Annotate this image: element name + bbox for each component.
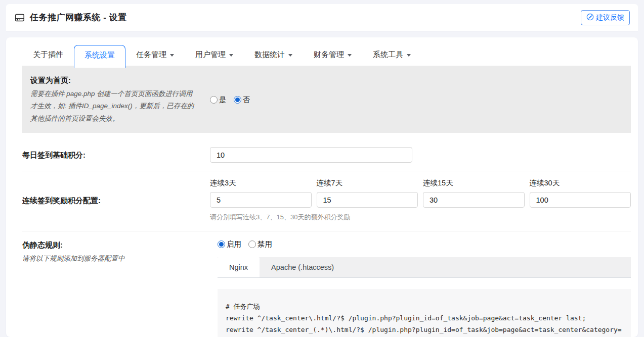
radio-label: 是 (219, 95, 227, 105)
streak-label: 连续签到奖励积分配置: (22, 194, 210, 207)
daily-points-control (210, 147, 631, 163)
tab-bar: 关于插件 系统设置 任务管理 用户管理 数据统计 财务管理 系统工具 (22, 45, 631, 66)
daily-points-input[interactable] (210, 147, 412, 163)
rewrite-radio-group: 启用 禁用 (218, 239, 631, 249)
chevron-down-icon (407, 54, 411, 57)
radio-label: 禁用 (257, 239, 272, 249)
settings-card: 关于插件 系统设置 任务管理 用户管理 数据统计 财务管理 系统工具 设置为首页… (6, 37, 638, 337)
rewrite-control: 启用 禁用 Nginx Apache (.htaccess) # 任务广场 re… (210, 238, 631, 337)
setting-row-streak: 连续签到奖励积分配置: 连续3天 连续7天 连续15天 连续30天 请分别填写连… (22, 171, 631, 231)
rewrite-code-block: # 任务广场 rewrite ^/task_center\.html/?$ /p… (218, 289, 631, 337)
chevron-down-icon (348, 54, 352, 57)
tab-label: 系统设置 (84, 51, 115, 60)
tab-data-statistics[interactable]: 数据统计 (244, 45, 303, 66)
setting-row-daily-points: 每日签到基础积分: (22, 133, 631, 171)
edit-circle-icon (586, 13, 594, 22)
homepage-label-col: 设置为首页: 需要在插件 page.php 创建一个首页页面函数进行调用才生效，… (30, 74, 210, 125)
feedback-button-label: 建议反馈 (596, 13, 624, 22)
setting-row-rewrite: 伪静态规则: 请将以下规则添加到服务器配置中 启用 禁用 Nginx Apach… (22, 231, 631, 337)
tab-label: 财务管理 (314, 50, 344, 60)
tab-label: 数据统计 (254, 50, 285, 60)
streak-col-label-7d: 连续7天 (317, 178, 418, 188)
tab-label: 关于插件 (33, 50, 63, 60)
rewrite-label: 伪静态规则: (22, 238, 210, 252)
rewrite-radio-disable[interactable]: 禁用 (248, 239, 272, 249)
streak-input-3d[interactable] (210, 192, 312, 208)
chevron-down-icon (229, 54, 233, 57)
radio-label: 否 (243, 95, 250, 105)
streak-col-label-30d: 连续30天 (530, 178, 631, 188)
chevron-down-icon (170, 54, 174, 57)
radio-label: 启用 (227, 239, 241, 249)
chevron-down-icon (288, 54, 292, 57)
tab-about-plugin[interactable]: 关于插件 (22, 45, 74, 66)
rewrite-radio-enable[interactable]: 启用 (218, 239, 241, 249)
rewrite-tab-strip: Nginx Apache (.htaccess) (218, 257, 631, 278)
streak-input-7d[interactable] (317, 192, 418, 208)
streak-input-15d[interactable] (423, 192, 525, 208)
homepage-radio-no[interactable]: 否 (234, 95, 250, 105)
streak-col-label-15d: 连续15天 (423, 178, 525, 188)
radio-checked-icon (218, 240, 225, 248)
setting-row-homepage: 设置为首页: 需要在插件 page.php 创建一个首页页面函数进行调用才生效，… (22, 66, 631, 133)
streak-help-text: 请分别填写连续3、7、15、30天的额外积分奖励 (210, 213, 631, 222)
title-wrap: 任务推广网赚系统 - 设置 (14, 12, 127, 23)
tab-label: 系统工具 (373, 50, 403, 60)
streak-grid: 连续3天 连续7天 连续15天 连续30天 请分别填写连续3、7、15、30天的… (210, 178, 631, 222)
rewrite-tab-apache[interactable]: Apache (.htaccess) (260, 257, 346, 277)
tab-finance-management[interactable]: 财务管理 (303, 45, 362, 66)
radio-unchecked-icon (210, 96, 218, 104)
streak-col-label-3d: 连续3天 (210, 178, 312, 188)
rewrite-label-col: 伪静态规则: 请将以下规则添加到服务器配置中 (22, 238, 210, 265)
homepage-radio-group: 是 否 (210, 95, 623, 105)
tab-system-tools[interactable]: 系统工具 (362, 45, 421, 66)
streak-input-30d[interactable] (530, 192, 631, 208)
tab-system-settings[interactable]: 系统设置 (74, 45, 125, 68)
tab-label: 任务管理 (136, 50, 166, 60)
radio-checked-icon (234, 96, 241, 104)
homepage-radio-yes[interactable]: 是 (210, 95, 227, 105)
tab-label: 用户管理 (195, 50, 226, 60)
daily-points-label: 每日签到基础积分: (22, 149, 210, 162)
tab-task-management[interactable]: 任务管理 (125, 45, 185, 66)
page-title: 任务推广网赚系统 - 设置 (30, 12, 127, 23)
feedback-button[interactable]: 建议反馈 (581, 10, 630, 25)
homepage-description: 需要在插件 page.php 创建一个首页页面函数进行调用才生效，如: 插件ID… (30, 88, 210, 126)
rewrite-tab-nginx[interactable]: Nginx (218, 257, 260, 277)
radio-unchecked-icon (248, 240, 256, 248)
hard-drive-icon (14, 12, 25, 23)
tab-user-management[interactable]: 用户管理 (185, 45, 244, 66)
homepage-label: 设置为首页: (30, 74, 210, 87)
rewrite-description: 请将以下规则添加到服务器配置中 (22, 253, 210, 265)
header-bar: 任务推广网赚系统 - 设置 建议反馈 (6, 4, 638, 31)
